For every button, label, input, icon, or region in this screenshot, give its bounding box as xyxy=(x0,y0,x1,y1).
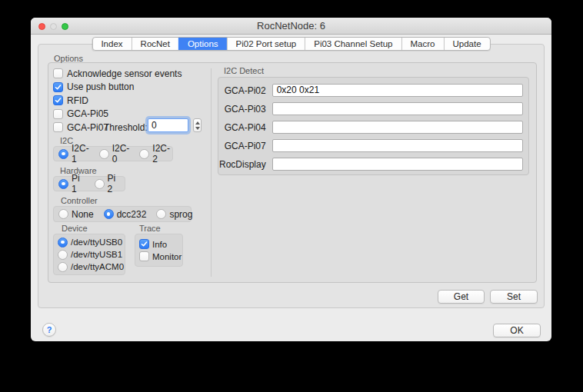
radio-button[interactable] xyxy=(58,250,68,260)
radio-button[interactable] xyxy=(58,238,68,247)
radio-option: /dev/ttyACM0 xyxy=(58,262,124,272)
radio-label: I2C-1 xyxy=(72,143,89,164)
device-radio-group: /dev/ttyUSB0/dev/ttyUSB1/dev/ttyACM0 xyxy=(53,234,125,275)
radio-button[interactable] xyxy=(58,149,68,159)
zoom-button[interactable] xyxy=(62,23,68,30)
traffic-lights xyxy=(38,18,68,35)
radio-option: I2C-1 xyxy=(58,143,89,164)
checkbox[interactable] xyxy=(53,82,63,92)
radio-option: /dev/ttyUSB0 xyxy=(58,238,122,247)
radio-button[interactable] xyxy=(104,209,114,219)
stepper-down-icon[interactable] xyxy=(195,127,200,130)
checkbox[interactable] xyxy=(139,251,149,261)
checkbox[interactable] xyxy=(53,68,63,78)
i2c-detect-group-label: I2C Detect xyxy=(224,66,264,75)
radio-label: Pi 1 xyxy=(72,173,85,194)
radio-button[interactable] xyxy=(58,179,68,189)
i2c-detect-groupbox: GCA-Pi02 0x20 0x21 GCA-Pi03 GCA-Pi04 GCA… xyxy=(218,77,529,175)
check-icon xyxy=(55,84,62,91)
title-bar[interactable]: RocNetNode: 6 xyxy=(31,18,551,35)
threshold-stepper[interactable] xyxy=(193,118,202,132)
checkbox[interactable] xyxy=(139,239,149,249)
radio-button[interactable] xyxy=(156,209,166,219)
checkbox[interactable] xyxy=(53,109,63,119)
tab-options[interactable]: Options xyxy=(178,38,227,50)
radio-option: /dev/ttyUSB1 xyxy=(58,250,122,260)
i2c-detect-input[interactable] xyxy=(272,121,523,134)
checkbox-row: Use push button xyxy=(53,81,182,95)
i2c-detect-row: GCA-Pi04 xyxy=(218,121,523,134)
radio-label: I2C-2 xyxy=(152,143,170,164)
radio-label: None xyxy=(72,209,94,220)
stepper-up-icon[interactable] xyxy=(195,121,200,125)
column-divider xyxy=(211,68,212,277)
checkbox-label: Acknowledge sensor events xyxy=(67,68,182,79)
radio-option: dcc232 xyxy=(104,209,147,220)
checkbox-label: RFID xyxy=(67,95,88,106)
check-icon xyxy=(55,97,62,104)
radio-label: /dev/ttyUSB1 xyxy=(71,250,122,259)
i2c-detect-input[interactable] xyxy=(272,102,523,115)
i2c-detect-label: GCA-Pi07 xyxy=(218,141,266,151)
trace-checkbox-row: Info xyxy=(139,239,167,249)
radio-button[interactable] xyxy=(58,262,68,272)
window-title: RocNetNode: 6 xyxy=(31,18,551,34)
checkbox-label: GCA-Pi05 xyxy=(67,108,108,119)
tab-pi03-channel-setup[interactable]: Pi03 Channel Setup xyxy=(305,38,401,50)
i2c-detect-row: GCA-Pi02 0x20 0x21 xyxy=(218,84,523,97)
device-group-label: Device xyxy=(62,224,88,233)
threshold-input[interactable]: 0 xyxy=(148,118,188,132)
tab-macro[interactable]: Macro xyxy=(401,38,444,50)
checkbox-label: Info xyxy=(152,240,167,249)
set-button[interactable]: Set xyxy=(490,290,538,304)
radio-button[interactable] xyxy=(139,149,149,159)
radio-button[interactable] xyxy=(99,149,109,159)
radio-option: Pi 2 xyxy=(95,173,121,194)
radio-option: Pi 1 xyxy=(58,173,85,194)
radio-option: I2C-2 xyxy=(139,143,170,164)
radio-label: sprog xyxy=(169,209,192,220)
controller-group-label: Controller xyxy=(61,196,98,205)
trace-group-label: Trace xyxy=(139,224,161,233)
radio-label: I2C-0 xyxy=(112,143,130,164)
i2c-detect-row: GCA-Pi07 xyxy=(218,139,523,152)
threshold-label: Threshold: xyxy=(104,122,148,133)
checkbox-label: Monitor xyxy=(152,252,182,261)
i2c-detect-input[interactable] xyxy=(272,139,523,152)
tab-rocnet[interactable]: RocNet xyxy=(132,38,178,50)
help-button[interactable]: ? xyxy=(42,323,56,337)
radio-option: sprog xyxy=(156,209,192,220)
tab-update[interactable]: Update xyxy=(443,38,489,50)
checkbox-row: RFID xyxy=(53,94,182,108)
get-button[interactable]: Get xyxy=(438,290,485,304)
controller-radio-group: Nonedcc232sprog xyxy=(53,206,192,222)
checkbox[interactable] xyxy=(53,122,63,132)
close-button[interactable] xyxy=(38,23,45,30)
minimize-button[interactable] xyxy=(50,23,57,30)
checkbox-row: Acknowledge sensor events xyxy=(53,67,182,81)
radio-option: I2C-0 xyxy=(99,143,130,164)
trace-checkbox-group: InfoMonitor xyxy=(135,234,183,267)
i2c-detect-input[interactable] xyxy=(272,158,523,171)
dialog-window: RocNetNode: 6 IndexRocNetOptionsPi02 Por… xyxy=(31,18,551,341)
hardware-radio-group: Pi 1Pi 2 xyxy=(53,176,125,191)
i2c-detect-label: GCA-Pi02 xyxy=(218,85,266,96)
i2c-radio-group: I2C-1I2C-0I2C-2 xyxy=(53,146,173,161)
checkbox-label: Use push button xyxy=(67,81,134,92)
checkbox[interactable] xyxy=(53,95,63,105)
radio-label: Pi 2 xyxy=(108,173,121,194)
i2c-detect-row: RocDisplay xyxy=(218,158,523,171)
options-group-label: Options xyxy=(54,54,83,63)
trace-checkbox-row: Monitor xyxy=(139,251,182,261)
ok-button[interactable]: OK xyxy=(493,324,541,337)
i2c-detect-input[interactable]: 0x20 0x21 xyxy=(272,84,523,97)
i2c-detect-label: GCA-Pi04 xyxy=(218,122,266,133)
i2c-detect-row: GCA-Pi03 xyxy=(218,102,523,115)
radio-button[interactable] xyxy=(58,209,68,219)
tab-index[interactable]: Index xyxy=(92,38,131,50)
radio-option: None xyxy=(58,209,94,220)
checkbox-label: GCA-Pi07 xyxy=(67,122,108,133)
i2c-detect-label: RocDisplay xyxy=(218,159,266,170)
radio-button[interactable] xyxy=(95,179,105,189)
tab-pi02-port-setup[interactable]: Pi02 Port setup xyxy=(227,38,305,50)
